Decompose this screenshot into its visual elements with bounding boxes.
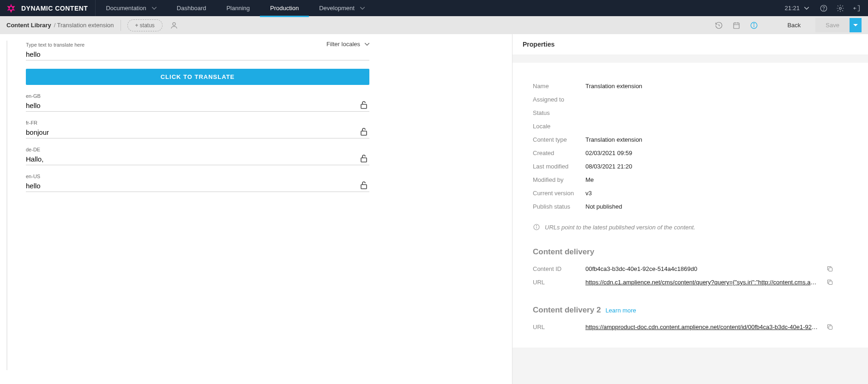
- breadcrumb-sep: /: [54, 22, 56, 29]
- save-menu-caret[interactable]: [850, 18, 862, 32]
- calendar-button[interactable]: [732, 21, 741, 30]
- nav-production[interactable]: Production: [260, 0, 309, 16]
- copy-content-id[interactable]: [826, 265, 833, 272]
- locale-label: en-GB: [26, 93, 369, 99]
- delivery2-url[interactable]: https://ampproduct-doc.cdn.content.ampli…: [585, 324, 820, 330]
- value: Translation extension: [585, 136, 642, 143]
- locale-label: fr-FR: [26, 120, 369, 126]
- properties-card: NameTranslation extension Assigned to St…: [512, 63, 868, 348]
- url-note-text: URLs point to the latest published versi…: [545, 224, 695, 231]
- label: Status: [533, 109, 585, 116]
- delivery1-url[interactable]: https://cdn.c1.amplience.net/cms/content…: [585, 279, 820, 286]
- locale-row-en-us: en-US: [26, 174, 369, 192]
- unlock-icon[interactable]: [360, 154, 368, 162]
- svg-rect-10: [361, 185, 367, 189]
- content-delivery-2-heading: Content delivery 2 Learn more: [533, 306, 848, 315]
- copy-icon: [826, 265, 833, 272]
- add-status-chip[interactable]: + status: [127, 19, 163, 31]
- nav-time[interactable]: 21:21: [779, 5, 814, 12]
- divider: [121, 20, 121, 31]
- nav-planning[interactable]: Planning: [216, 0, 260, 16]
- history-button[interactable]: [714, 21, 723, 30]
- svg-point-6: [754, 24, 754, 24]
- svg-rect-14: [829, 281, 832, 285]
- chevron-down-icon: [152, 7, 157, 10]
- locale-input-en-us[interactable]: [26, 179, 369, 192]
- svg-point-3: [173, 23, 175, 25]
- prop-content-type: Content typeTranslation extension: [533, 133, 848, 146]
- settings-button[interactable]: [833, 1, 848, 16]
- source-label: Type text to translate here: [26, 42, 369, 48]
- learn-more-link[interactable]: Learn more: [605, 307, 636, 314]
- locale-input-de-de[interactable]: [26, 152, 369, 165]
- prop-publish-status: Publish statusNot published: [533, 200, 848, 213]
- label: Created: [533, 150, 585, 156]
- label: Publish status: [533, 203, 585, 210]
- url-note: URLs point to the latest published versi…: [533, 223, 848, 231]
- prop-created: Created02/03/2021 09:59: [533, 146, 848, 160]
- prop-name: NameTranslation extension: [533, 79, 848, 93]
- locale-label: en-US: [26, 174, 369, 179]
- translate-button[interactable]: CLICK TO TRANSLATE: [26, 69, 369, 85]
- svg-point-1: [824, 10, 824, 10]
- locale-row-en-gb: en-GB: [26, 93, 369, 112]
- help-button[interactable]: [816, 1, 831, 16]
- svg-rect-8: [361, 131, 367, 135]
- breadcrumb-root[interactable]: Content Library: [6, 22, 51, 29]
- prop-modified-by: Modified byMe: [533, 173, 848, 186]
- copy-delivery2-url[interactable]: [826, 324, 833, 330]
- editor-pane: Filter locales Type text to translate he…: [0, 34, 512, 384]
- copy-delivery1-url[interactable]: [826, 279, 833, 286]
- label: Last modified: [533, 163, 585, 170]
- info-button[interactable]: [749, 21, 759, 30]
- source-input[interactable]: [26, 48, 369, 60]
- nav-dashboard[interactable]: Dashboard: [167, 0, 217, 16]
- filter-locales-label: Filter locales: [326, 41, 360, 48]
- value: v3: [585, 190, 592, 197]
- main: Filter locales Type text to translate he…: [0, 34, 868, 384]
- label: Content ID: [533, 265, 585, 272]
- brand-text: DYNAMIC CONTENT: [21, 5, 88, 12]
- content-delivery-heading: Content delivery: [533, 247, 848, 257]
- locale-input-en-gb[interactable]: [26, 99, 369, 112]
- prop-status: Status: [533, 106, 848, 120]
- info-icon: [533, 223, 540, 231]
- properties-pane: Properties NameTranslation extension Ass…: [512, 34, 868, 384]
- value: Not published: [585, 203, 622, 210]
- unlock-icon[interactable]: [360, 127, 368, 136]
- locale-row-de-de: de-DE: [26, 147, 369, 165]
- assignee-button[interactable]: [170, 21, 178, 30]
- value: Translation extension: [585, 83, 642, 90]
- pinwheel-icon: [6, 3, 17, 14]
- back-button[interactable]: Back: [781, 22, 807, 29]
- chevron-down-icon: [365, 43, 369, 46]
- unlock-icon[interactable]: [360, 181, 368, 189]
- sub-bar: Content Library / Translation extension …: [0, 16, 868, 34]
- heading-text: Content delivery: [533, 247, 594, 257]
- nav-time-label: 21:21: [784, 5, 800, 12]
- svg-point-12: [536, 225, 536, 226]
- locale-input-fr-fr[interactable]: [26, 126, 369, 138]
- chevron-down-icon: [360, 7, 365, 10]
- content-id-value: 00fb4ca3-b3dc-40e1-92ce-514a4c1869d0: [585, 265, 820, 272]
- logout-button[interactable]: [850, 1, 864, 16]
- prop-last-modified: Last modified08/03/2021 21:20: [533, 160, 848, 173]
- nav-dashboard-label: Dashboard: [177, 5, 206, 12]
- gear-icon: [836, 4, 844, 12]
- unlock-icon[interactable]: [360, 101, 368, 109]
- svg-rect-15: [829, 326, 832, 330]
- prop-assigned-to: Assigned to: [533, 93, 848, 106]
- logout-icon: [853, 4, 861, 12]
- value: 02/03/2021 09:59: [585, 150, 632, 156]
- history-icon: [715, 21, 723, 30]
- vertical-rule: [6, 41, 7, 370]
- nav-development-label: Development: [319, 5, 355, 12]
- label: Assigned to: [533, 96, 585, 103]
- delivery2-url-row: URL https://ampproduct-doc.cdn.content.a…: [533, 320, 848, 334]
- svg-rect-7: [361, 104, 367, 108]
- label: Name: [533, 83, 585, 90]
- locale-row-fr-fr: fr-FR: [26, 120, 369, 138]
- nav-documentation[interactable]: Documentation: [96, 0, 166, 16]
- prop-locale: Locale: [533, 120, 848, 133]
- nav-development[interactable]: Development: [309, 0, 375, 16]
